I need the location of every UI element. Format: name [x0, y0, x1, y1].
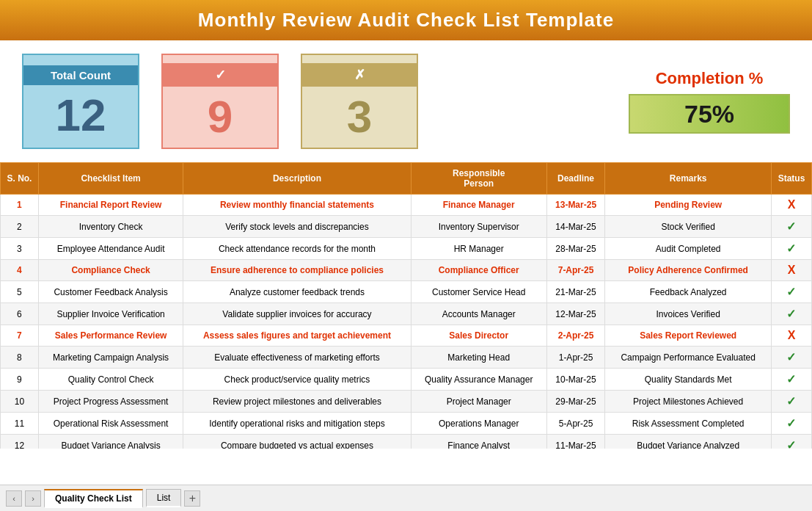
table-cell: Verify stock levels and discrepancies	[183, 216, 411, 238]
completion-block: Completion % 75%	[629, 69, 790, 134]
tab-add-button[interactable]: +	[184, 490, 200, 507]
table-cell: Supplier Invoice Verification	[38, 303, 183, 325]
col-remarks: Remarks	[605, 163, 772, 195]
table-cell: 5	[1, 281, 39, 303]
header-title: Monthly Review Audit Check List Template	[198, 9, 614, 31]
table-cell: 10-Mar-25	[546, 369, 605, 391]
table-cell: Quality Control Check	[38, 369, 183, 391]
tab-list[interactable]: List	[146, 489, 182, 507]
table-cell: Validate supplier invoices for accuracy	[183, 303, 411, 325]
table-cell: 5-Apr-25	[546, 413, 605, 435]
table-section: S. No. Checklist Item Description Respon…	[0, 162, 812, 449]
cross-count-value: 3	[347, 87, 372, 139]
table-row: 12Budget Variance AnalysisCompare budget…	[1, 435, 812, 449]
table-cell: 14-Mar-25	[546, 216, 605, 238]
col-sno: S. No.	[1, 163, 39, 195]
check-count-value: 9	[208, 87, 233, 139]
table-cell: Project Milestones Achieved	[605, 391, 772, 413]
tab-prev-button[interactable]: ‹	[6, 490, 22, 507]
table-cell: X	[771, 195, 811, 216]
table-cell: Employee Attendance Audit	[38, 238, 183, 260]
next-icon: ›	[32, 494, 34, 503]
check-icon: ✓	[163, 63, 277, 87]
cross-count-card: ✗ 3	[301, 54, 418, 149]
table-cell: Inventory Supervisor	[411, 216, 546, 238]
table-cell: Identify operational risks and mitigatio…	[183, 413, 411, 435]
table-cell: Quality Standards Met	[605, 369, 772, 391]
table-cell: Finance Analyst	[411, 435, 546, 449]
table-cell: ✓	[771, 369, 811, 391]
tab-bar: ‹ › Quality Check List List +	[0, 485, 812, 511]
table-cell: Policy Adherence Confirmed	[605, 260, 772, 281]
table-cell: Operational Risk Assessment	[38, 413, 183, 435]
col-person: ResponsiblePerson	[411, 163, 546, 195]
table-row: 10Project Progress AssessmentReview proj…	[1, 391, 812, 413]
table-cell: Budget Variance Analyzed	[605, 435, 772, 449]
table-cell: Customer Feedback Analysis	[38, 281, 183, 303]
table-row: 3Employee Attendance AuditCheck attendan…	[1, 238, 812, 260]
table-cell: Customer Service Head	[411, 281, 546, 303]
table-header-row: S. No. Checklist Item Description Respon…	[1, 163, 812, 195]
table-cell: Sales Performance Review	[38, 325, 183, 347]
table-cell: Check product/service quality metrics	[183, 369, 411, 391]
table-cell: ✓	[771, 216, 811, 238]
completion-value: 75%	[629, 94, 790, 134]
table-cell: Marketing Head	[411, 347, 546, 369]
table-cell: 6	[1, 303, 39, 325]
table-cell: ✓	[771, 281, 811, 303]
table-cell: 28-Mar-25	[546, 238, 605, 260]
col-item: Checklist Item	[38, 163, 183, 195]
table-cell: Sales Report Reviewed	[605, 325, 772, 347]
table-cell: Review monthly financial statements	[183, 195, 411, 216]
table-cell: Campaign Performance Evaluated	[605, 347, 772, 369]
table-cell: Operations Manager	[411, 413, 546, 435]
table-cell: Compliance Check	[38, 260, 183, 281]
table-cell: 21-Mar-25	[546, 281, 605, 303]
table-cell: 2	[1, 216, 39, 238]
col-deadline: Deadline	[546, 163, 605, 195]
check-count-card: ✓ 9	[161, 54, 279, 149]
total-count-card: Total Count 12	[22, 54, 139, 149]
table-cell: 7-Apr-25	[546, 260, 605, 281]
completion-label: Completion %	[656, 69, 764, 88]
table-cell: HR Manager	[411, 238, 546, 260]
table-cell: Marketing Campaign Analysis	[38, 347, 183, 369]
table-cell: ✓	[771, 413, 811, 435]
table-cell: ✓	[771, 238, 811, 260]
table-cell: ✓	[771, 435, 811, 449]
table-cell: X	[771, 325, 811, 347]
table-cell: 3	[1, 238, 39, 260]
table-cell: Check attendance records for the month	[183, 238, 411, 260]
table-cell: Financial Report Review	[38, 195, 183, 216]
table-row: 9Quality Control CheckCheck product/serv…	[1, 369, 812, 391]
table-cell: Assess sales figures and target achievem…	[183, 325, 411, 347]
table-row: 4Compliance CheckEnsure adherence to com…	[1, 260, 812, 281]
stats-row: Total Count 12 ✓ 9 ✗ 3 Completion % 75%	[0, 40, 812, 162]
table-cell: ✓	[771, 347, 811, 369]
table-cell: Ensure adherence to compliance policies	[183, 260, 411, 281]
table-row: 6Supplier Invoice VerificationValidate s…	[1, 303, 812, 325]
checklist-table: S. No. Checklist Item Description Respon…	[0, 162, 812, 449]
table-cell: 10	[1, 391, 39, 413]
table-row: 8Marketing Campaign AnalysisEvaluate eff…	[1, 347, 812, 369]
total-count-value: 12	[56, 85, 106, 138]
table-cell: Compare budgeted vs actual expenses	[183, 435, 411, 449]
col-status: Status	[771, 163, 811, 195]
table-cell: Risk Assessment Completed	[605, 413, 772, 435]
table-cell: 29-Mar-25	[546, 391, 605, 413]
tab-quality-check-list[interactable]: Quality Check List	[44, 489, 143, 508]
table-cell: 2-Apr-25	[546, 325, 605, 347]
table-cell: 1	[1, 195, 39, 216]
tab-next-button[interactable]: ›	[25, 490, 41, 507]
table-cell: Stock Verified	[605, 216, 772, 238]
cross-icon: ✗	[302, 63, 417, 87]
table-cell: X	[771, 260, 811, 281]
table-cell: Pending Review	[605, 195, 772, 216]
table-row: 11Operational Risk AssessmentIdentify op…	[1, 413, 812, 435]
table-cell: Compliance Officer	[411, 260, 546, 281]
table-cell: 8	[1, 347, 39, 369]
table-cell: Project Progress Assessment	[38, 391, 183, 413]
table-cell: Audit Completed	[605, 238, 772, 260]
table-cell: Evaluate effectiveness of marketing effo…	[183, 347, 411, 369]
add-icon: +	[189, 492, 196, 505]
